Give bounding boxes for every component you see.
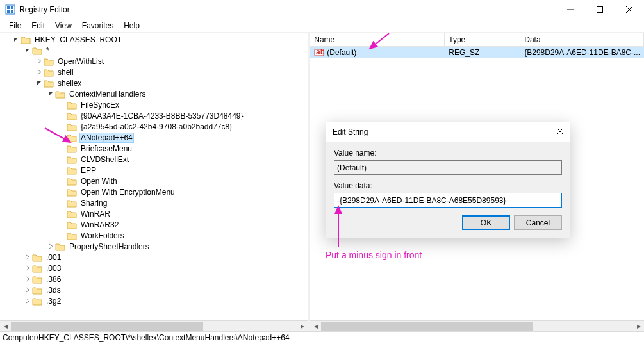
tree-node[interactable]: BriefcaseMenu xyxy=(0,143,308,154)
tree-node-shellex[interactable]: shellex xyxy=(0,78,308,88)
tree-node[interactable]: shell xyxy=(0,67,308,78)
value-data-field[interactable] xyxy=(334,193,562,208)
tree-label: Open With xyxy=(79,177,119,186)
cancel-button[interactable]: Cancel xyxy=(514,215,562,230)
chevron-down-icon[interactable] xyxy=(12,37,21,42)
tree-node[interactable]: .3ds xyxy=(0,284,308,295)
tree-label: CLVDShellExt xyxy=(79,155,130,164)
edit-string-dialog: Edit String Value name: Value data: OK C… xyxy=(326,122,570,238)
tree-node[interactable]: OpenWithList xyxy=(0,56,308,67)
maximize-button[interactable] xyxy=(585,0,615,19)
tree-node[interactable]: {a2a9545d-a0c2-42b4-9708-a0b2badd77c8} xyxy=(0,121,308,132)
column-name[interactable]: Name xyxy=(310,33,445,46)
tree-label: Open With EncryptionMenu xyxy=(79,188,176,197)
folder-icon xyxy=(32,274,42,284)
svg-text:ab: ab xyxy=(316,47,324,56)
folder-icon xyxy=(67,198,77,208)
list-row-default[interactable]: ab (Default) REG_SZ {B298D29A-A6ED-11DE-… xyxy=(310,47,644,58)
column-data[interactable]: Data xyxy=(520,33,644,46)
tree-label: {a2a9545d-a0c2-42b4-9708-a0b2badd77c8} xyxy=(79,122,233,131)
ok-button[interactable]: OK xyxy=(462,215,510,230)
menu-favorites[interactable]: Favorites xyxy=(77,20,119,31)
tree-node[interactable]: ANotepad++64 xyxy=(0,132,308,143)
tree-node-star[interactable]: * xyxy=(0,45,308,56)
tree-label: WinRAR xyxy=(79,209,111,218)
folder-icon xyxy=(44,78,54,88)
tree-node[interactable]: .003 xyxy=(0,263,308,274)
folder-icon xyxy=(67,154,77,165)
window-title: Registry Editor xyxy=(19,5,639,14)
tree-node[interactable]: WinRAR32 xyxy=(0,219,308,230)
folder-icon xyxy=(67,165,77,176)
tree-node[interactable]: FileSyncEx xyxy=(0,99,308,110)
column-type[interactable]: Type xyxy=(445,33,520,46)
folder-icon xyxy=(67,209,77,219)
horizontal-scrollbar[interactable]: ◂ ▸ xyxy=(310,320,644,331)
chevron-right-icon[interactable] xyxy=(23,265,32,271)
tree-node[interactable]: .386 xyxy=(0,274,308,284)
titlebar: Registry Editor xyxy=(0,0,644,19)
scroll-left-arrow[interactable]: ◂ xyxy=(310,321,321,332)
tree-label: HKEY_CLASSES_ROOT xyxy=(33,35,123,44)
tree-label: PropertySheetHandlers xyxy=(68,242,151,251)
tree-node[interactable]: EPP xyxy=(0,165,308,176)
chevron-right-icon[interactable] xyxy=(46,243,55,249)
tree-node[interactable]: WorkFolders xyxy=(0,230,308,241)
tree-label: WorkFolders xyxy=(79,231,126,240)
scroll-right-arrow[interactable]: ▸ xyxy=(633,321,644,332)
tree-node[interactable]: .001 xyxy=(0,252,308,263)
string-value-icon: ab xyxy=(314,47,324,58)
menu-edit[interactable]: Edit xyxy=(26,20,50,31)
tree-label: ContextMenuHandlers xyxy=(68,90,147,99)
chevron-down-icon[interactable] xyxy=(46,91,55,97)
tree-label: shell xyxy=(56,68,75,77)
horizontal-scrollbar[interactable]: ◂ ▸ xyxy=(0,320,308,331)
tree-node[interactable]: Sharing xyxy=(0,197,308,208)
tree-node[interactable]: Open With EncryptionMenu xyxy=(0,186,308,197)
svg-rect-5 xyxy=(597,7,603,13)
folder-icon xyxy=(67,220,77,230)
folder-icon xyxy=(55,89,65,99)
scroll-left-arrow[interactable]: ◂ xyxy=(0,321,11,332)
tree-view[interactable]: HKEY_CLASSES_ROOT * OpenWithList shell xyxy=(0,33,308,320)
tree-node[interactable]: CLVDShellExt xyxy=(0,154,308,165)
value-name-field[interactable] xyxy=(334,160,562,175)
svg-rect-2 xyxy=(11,6,13,9)
svg-rect-1 xyxy=(7,6,10,9)
close-button[interactable] xyxy=(615,0,644,19)
dialog-titlebar[interactable]: Edit String xyxy=(326,122,570,142)
chevron-down-icon[interactable] xyxy=(23,47,32,53)
tree-node-ctxmenu[interactable]: ContextMenuHandlers xyxy=(0,88,308,99)
tree-label: OpenWithList xyxy=(56,57,105,66)
chevron-right-icon[interactable] xyxy=(35,69,44,75)
chevron-right-icon[interactable] xyxy=(23,287,32,293)
tree-node[interactable]: .3g2 xyxy=(0,295,308,306)
chevron-right-icon[interactable] xyxy=(23,276,32,282)
folder-icon xyxy=(67,133,77,143)
folder-icon xyxy=(55,242,65,252)
menu-help[interactable]: Help xyxy=(119,20,145,31)
tree-label: .001 xyxy=(45,253,62,262)
minimize-button[interactable] xyxy=(556,0,585,19)
scroll-right-arrow[interactable]: ▸ xyxy=(297,321,308,332)
tree-label: .3g2 xyxy=(45,297,62,306)
tree-label: shellex xyxy=(56,79,83,88)
tree-node[interactable]: PropertySheetHandlers xyxy=(0,241,308,252)
folder-icon xyxy=(67,187,77,197)
tree-node-root[interactable]: HKEY_CLASSES_ROOT xyxy=(0,34,308,45)
chevron-right-icon[interactable] xyxy=(23,298,32,304)
folder-icon xyxy=(67,231,77,241)
chevron-right-icon[interactable] xyxy=(35,58,44,64)
tree-label: EPP xyxy=(79,166,97,175)
menu-view[interactable]: View xyxy=(50,20,77,31)
folder-icon xyxy=(67,143,77,154)
value-data-label: Value data: xyxy=(334,181,562,190)
tree-node[interactable]: Open With xyxy=(0,176,308,186)
dialog-close-button[interactable] xyxy=(557,127,563,136)
chevron-down-icon[interactable] xyxy=(35,80,44,86)
tree-node[interactable]: WinRAR xyxy=(0,208,308,219)
folder-icon xyxy=(67,111,77,121)
tree-node[interactable]: {90AA3A4E-1CBA-4233-B8BB-535773D48449} xyxy=(0,110,308,121)
chevron-right-icon[interactable] xyxy=(23,254,32,260)
menu-file[interactable]: File xyxy=(4,20,26,31)
